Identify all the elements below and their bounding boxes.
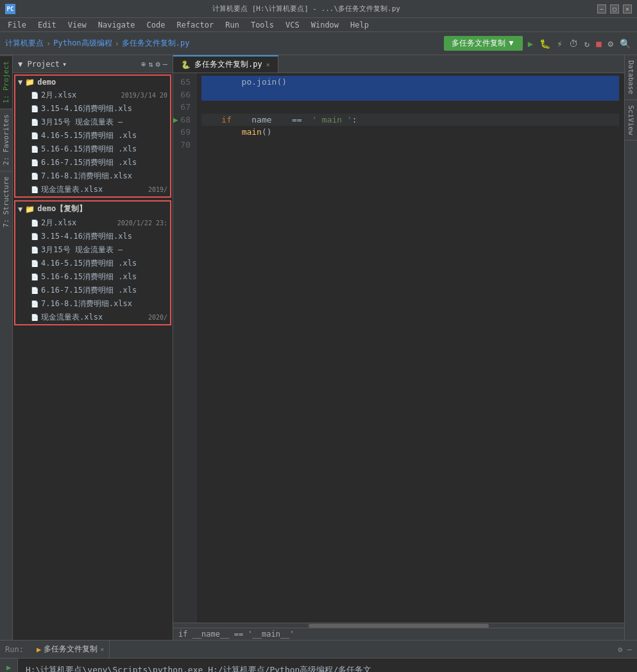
coverage-icon[interactable]: ⚡: [556, 37, 563, 50]
structure-tab[interactable]: 7: Structure: [0, 171, 12, 232]
menu-window[interactable]: Window: [306, 19, 344, 31]
excel-icon-4: 📄: [31, 146, 38, 153]
breadcrumb-root[interactable]: 计算机要点: [5, 38, 44, 49]
demo-copy-files: 📄 2月.xlsx 2020/1/22 23: 📄 3.15-4.16消费明细.…: [15, 216, 170, 324]
copy-file-6-name: 7.16-8.1消费明细.xlsx: [41, 298, 132, 309]
run-cmd-line: H:\计算机要点\venv\Scripts\python.exe H:/计算机要…: [26, 664, 629, 672]
menu-file[interactable]: File: [3, 19, 31, 31]
code-line-70: [201, 139, 619, 151]
scrollbar-thumb-h: [309, 624, 489, 628]
maximize-button[interactable]: □: [610, 4, 619, 13]
copy-file-7-date: 2020/: [148, 314, 167, 321]
code-editor[interactable]: 65 66 67 ▶ 68 69 70 po.join() if name ==…: [173, 73, 624, 623]
demo-file-5[interactable]: 📄 6.16-7.15消费明细 .xls: [26, 156, 170, 169]
code-line-65: po.join(): [201, 76, 619, 89]
demo-file-3[interactable]: 📄 4.16-5.15消费明细 .xls: [26, 129, 170, 142]
database-tab[interactable]: Database: [625, 55, 637, 100]
window-title: 计算机要点 [H:\计算机要点] - ...\多任务文件复制.py: [15, 4, 597, 13]
settings-icon[interactable]: ⚙: [607, 37, 615, 50]
profile-icon[interactable]: ⏱: [568, 37, 579, 50]
copy-file-7[interactable]: 📄 现金流量表.xlsx 2020/: [26, 311, 170, 324]
hide-icon[interactable]: —: [163, 60, 167, 69]
copy-file-2[interactable]: 📄 3月15号 现金流量表 –: [26, 243, 170, 257]
code-content[interactable]: po.join() if name == ' main ': main(): [196, 73, 624, 623]
run-output: H:\计算机要点\venv\Scripts\python.exe H:/计算机要…: [18, 659, 637, 672]
copy-file-4[interactable]: 📄 5.16-6.15消费明细 .xls: [26, 270, 170, 284]
main-layout: 1: Project 2: Favorites 7: Structure ▼ P…: [0, 55, 637, 640]
editor-tab-close[interactable]: ✕: [266, 61, 270, 68]
run-tab[interactable]: ▶ 多任务文件复制 ✕: [31, 641, 110, 658]
demo-file-0[interactable]: 📄 2月.xlsx 2019/3/14 20: [26, 89, 170, 102]
run-play-btn[interactable]: ▶: [3, 661, 15, 672]
run-label: Run:: [5, 645, 24, 654]
close-button[interactable]: ✕: [623, 4, 632, 13]
debug-icon[interactable]: 🐛: [538, 37, 552, 50]
menu-code[interactable]: Code: [142, 19, 171, 31]
run-tab-icon: ▶: [37, 645, 41, 654]
copy-file-3[interactable]: 📄 4.16-5.15消费明细 .xls: [26, 257, 170, 270]
editor-area: 🐍 多任务文件复制.py ✕ 65 66 67 ▶ 68 69 70 po.jo…: [173, 55, 624, 640]
favorites-tab[interactable]: 2: Favorites: [0, 108, 12, 170]
code-line-67: [201, 101, 619, 114]
breadcrumb-mid[interactable]: Python高级编程: [53, 38, 112, 49]
copy-file-3-name: 4.16-5.15消费明细 .xls: [41, 258, 137, 269]
demo-file-7-name: 现金流量表.xlsx: [41, 184, 103, 195]
demo-file-1[interactable]: 📄 3.15-4.16消费明细.xls: [26, 102, 170, 116]
menu-tools[interactable]: Tools: [246, 19, 279, 31]
menu-bar: File Edit View Navigate Code Refactor Ru…: [0, 18, 637, 32]
demo-copy-folder[interactable]: ▼ 📁 demo【复制】: [15, 202, 170, 216]
menu-edit[interactable]: Edit: [33, 19, 62, 31]
excel-copy-icon-0: 📄: [31, 220, 38, 227]
collapse-icon[interactable]: ⇅: [148, 60, 153, 69]
reload-icon[interactable]: ↻: [583, 37, 591, 50]
demo-file-4[interactable]: 📄 5.16-6.15消费明细 .xls: [26, 142, 170, 156]
excel-copy-icon-5: 📄: [31, 287, 38, 294]
sync-icon[interactable]: ⊕: [141, 60, 146, 69]
demo-file-6[interactable]: 📄 7.16-8.1消费明细.xlsx: [26, 169, 170, 183]
editor-tab-main[interactable]: 🐍 多任务文件复制.py ✕: [173, 55, 278, 73]
demo-file-2[interactable]: 📄 3月15号 现金流量表 –: [26, 116, 170, 129]
toolbar-icons: ▶ 🐛 ⚡ ⏱ ↻ ■ ⚙ 🔍: [527, 37, 632, 50]
excel-copy-icon-1: 📄: [31, 233, 38, 240]
run-cmd-text: H:\计算机要点\venv\Scripts\python.exe H:/计算机要…: [26, 665, 371, 672]
dropdown-icon[interactable]: ▾: [62, 60, 67, 69]
code-hint-bar: if __name__ == '__main__': [173, 628, 624, 640]
copy-file-6[interactable]: 📄 7.16-8.1消费明细.xlsx: [26, 297, 170, 311]
demo-folder[interactable]: ▼ 📁 demo: [15, 76, 170, 89]
settings-project-icon[interactable]: ⚙: [156, 60, 160, 69]
run-configuration-button[interactable]: 多任务文件复制 ▼: [444, 36, 523, 51]
breadcrumb-file[interactable]: 多任务文件复制.py: [122, 38, 190, 49]
menu-run[interactable]: Run: [220, 19, 244, 31]
menu-vcs[interactable]: VCS: [280, 19, 305, 31]
excel-copy-icon-2: 📄: [31, 246, 38, 254]
code-line-68: if name == ' main ':: [201, 114, 619, 126]
excel-icon-6: 📄: [31, 173, 38, 180]
excel-icon-5: 📄: [31, 159, 38, 166]
run-settings-icon[interactable]: ⚙ —: [618, 645, 632, 654]
copy-file-0[interactable]: 📄 2月.xlsx 2020/1/22 23:: [26, 216, 170, 230]
copy-file-1[interactable]: 📄 3.15-4.16消费明细.xls: [26, 230, 170, 243]
horizontal-scrollbar[interactable]: [173, 623, 624, 628]
project-panel: ▼ Project ▾ ⊕ ⇅ ⚙ — ▼ 📁 demo 📄: [13, 55, 173, 640]
minimize-button[interactable]: —: [597, 4, 606, 13]
play-icon[interactable]: ▶: [527, 37, 534, 50]
stop-icon[interactable]: ■: [595, 37, 602, 50]
search-icon[interactable]: 🔍: [618, 37, 632, 50]
demo-file-7[interactable]: 📄 现金流量表.xlsx 2019/: [26, 183, 170, 196]
sciview-tab[interactable]: SciView: [625, 100, 637, 141]
menu-view[interactable]: View: [63, 19, 92, 31]
run-tab-close-btn[interactable]: ✕: [100, 646, 104, 653]
project-tab[interactable]: 1: Project: [0, 55, 12, 108]
menu-navigate[interactable]: Navigate: [93, 19, 140, 31]
code-hint-text: if __name__ == '__main__': [178, 630, 294, 639]
project-label: ▼ Project: [18, 60, 60, 69]
menu-refactor[interactable]: Refactor: [171, 19, 219, 31]
menu-help[interactable]: Help: [345, 19, 374, 31]
copy-file-5[interactable]: 📄 6.16-7.15消费明细 .xls: [26, 284, 170, 297]
copy-file-7-name: 现金流量表.xlsx: [41, 312, 103, 323]
code-line-66: [201, 89, 619, 101]
window-controls[interactable]: — □ ✕: [597, 4, 632, 13]
code-line-69: main(): [201, 126, 619, 139]
pc-app-icon: PC: [5, 4, 15, 14]
excel-copy-icon-6: 📄: [31, 300, 38, 307]
